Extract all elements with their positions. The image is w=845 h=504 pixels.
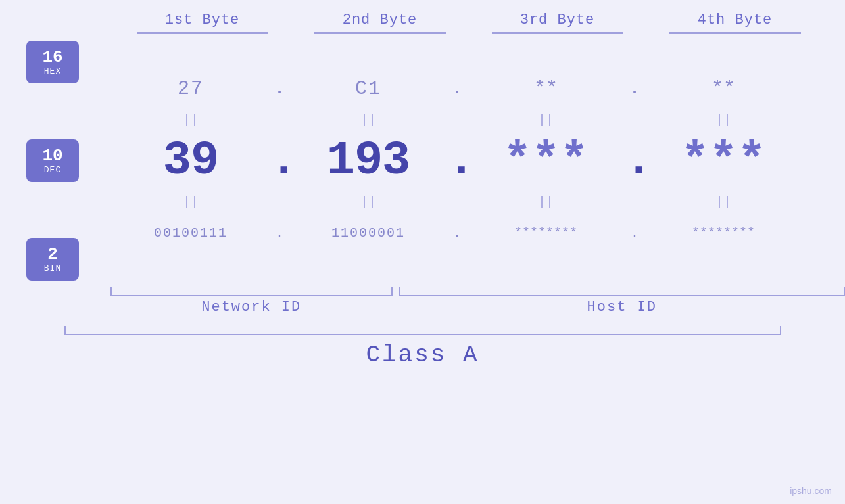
eq1-b1: || xyxy=(112,112,270,127)
host-id-bracket xyxy=(399,287,845,296)
hex-sep3: . xyxy=(625,79,644,99)
bin-b2-value: 11000001 xyxy=(331,225,405,241)
data-area: 16 HEX 10 DEC 2 BIN 27 . C1 xyxy=(0,41,845,281)
hex-b3-value: ** xyxy=(534,78,558,100)
byte1-label: 1st Byte xyxy=(114,12,291,28)
badge-column: 16 HEX 10 DEC 2 BIN xyxy=(26,41,92,281)
dec-b3-value: *** xyxy=(503,134,589,188)
byte2-label: 2nd Byte xyxy=(291,12,469,28)
dec-b4-cell: *** xyxy=(644,134,802,188)
eq2-b3: || xyxy=(467,195,625,210)
hex-b2-value: C1 xyxy=(355,78,381,100)
dec-b3-cell: *** xyxy=(467,134,625,188)
dec-b2-value: 193 xyxy=(327,134,410,188)
equals-row-2: || || || || xyxy=(112,192,845,212)
byte4-bracket xyxy=(669,32,801,34)
byte3-bracket xyxy=(492,32,623,34)
dec-b4-value: *** xyxy=(681,134,766,188)
dec-row: 39 . 193 . *** . *** xyxy=(112,129,845,192)
dec-sep2: . xyxy=(447,134,467,188)
byte1-header-cell: 1st Byte xyxy=(114,12,291,34)
byte2-header-cell: 2nd Byte xyxy=(291,12,469,34)
full-bracket xyxy=(64,326,781,335)
hex-b2-cell: C1 xyxy=(289,78,447,100)
dec-b1-value: 39 xyxy=(163,134,218,188)
hex-badge-num: 16 xyxy=(42,48,62,67)
bottom-brackets-row xyxy=(0,287,845,296)
eq2-b2: || xyxy=(289,195,447,210)
bin-sep3: . xyxy=(625,225,644,241)
bin-badge-label: BIN xyxy=(44,263,61,273)
hex-sep2: . xyxy=(447,79,467,99)
host-id-label: Host ID xyxy=(399,299,845,315)
hex-b3-cell: ** xyxy=(467,78,625,100)
byte3-label: 3rd Byte xyxy=(469,12,646,28)
hex-sep1: . xyxy=(270,79,289,99)
bin-row: 00100111 . 11000001 . ******** . *******… xyxy=(112,212,845,254)
bin-b4-cell: ******** xyxy=(644,225,802,241)
hex-b1-value: 27 xyxy=(178,78,204,100)
network-id-bracket xyxy=(110,287,393,296)
byte3-header-cell: 3rd Byte xyxy=(469,12,646,34)
dec-badge-label: DEC xyxy=(44,165,61,175)
main-container: 1st Byte 2nd Byte 3rd Byte 4th Byte 16 H… xyxy=(0,0,845,504)
hex-row: 27 . C1 . ** . ** xyxy=(112,67,845,110)
eq1-b4: || xyxy=(644,112,802,127)
dec-badge: 10 DEC xyxy=(26,139,79,182)
dec-sep3: . xyxy=(625,134,644,188)
bin-b3-cell: ******** xyxy=(467,225,625,241)
eq1-b2: || xyxy=(289,112,447,127)
dec-b1-cell: 39 xyxy=(112,134,270,188)
dec-sep1: . xyxy=(270,134,289,188)
bin-sep2: . xyxy=(447,225,467,241)
hex-badge-label: HEX xyxy=(44,66,61,76)
watermark: ipshu.com xyxy=(790,486,832,496)
id-labels-row: Network ID Host ID xyxy=(0,299,845,315)
bin-badge: 2 BIN xyxy=(26,238,79,281)
byte2-bracket xyxy=(314,32,446,34)
bin-badge-num: 2 xyxy=(47,245,58,264)
bin-b1-cell: 00100111 xyxy=(112,225,270,241)
data-grid: 27 . C1 . ** . ** || || xyxy=(112,67,845,254)
byte-headers: 1st Byte 2nd Byte 3rd Byte 4th Byte xyxy=(0,12,845,34)
eq1-b3: || xyxy=(467,112,625,127)
byte4-header-cell: 4th Byte xyxy=(646,12,824,34)
bin-b2-cell: 11000001 xyxy=(289,225,447,241)
eq2-b4: || xyxy=(644,195,802,210)
bin-b4-value: ******** xyxy=(692,225,755,241)
bin-b3-value: ******** xyxy=(514,225,577,241)
hex-b4-cell: ** xyxy=(644,78,802,100)
dec-badge-num: 10 xyxy=(42,147,62,166)
hex-b1-cell: 27 xyxy=(112,78,270,100)
eq2-b1: || xyxy=(112,195,270,210)
byte1-bracket xyxy=(137,32,268,34)
byte4-label: 4th Byte xyxy=(646,12,824,28)
network-id-label: Network ID xyxy=(110,299,393,315)
class-label: Class A xyxy=(366,342,479,369)
bin-b1-value: 00100111 xyxy=(154,225,228,241)
bin-sep1: . xyxy=(270,225,289,241)
equals-row-1: || || || || xyxy=(112,110,845,129)
hex-badge: 16 HEX xyxy=(26,41,79,83)
hex-b4-value: ** xyxy=(712,78,735,100)
dec-b2-cell: 193 xyxy=(289,134,447,188)
